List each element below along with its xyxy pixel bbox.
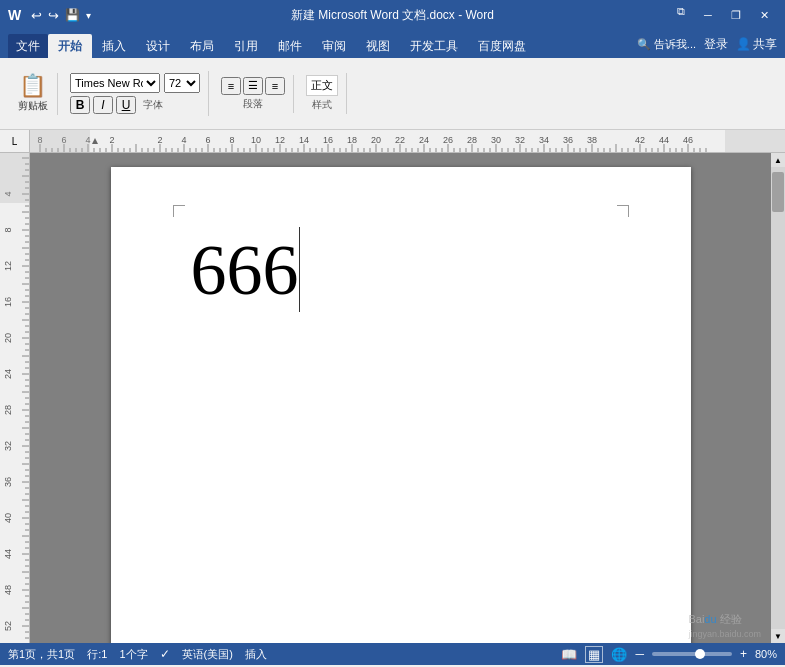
zoom-out-button[interactable]: ─ — [635, 647, 644, 661]
row-info: 行:1 — [87, 647, 107, 662]
tab-references[interactable]: 引用 — [224, 34, 268, 58]
redo-button[interactable]: ↪ — [48, 8, 59, 23]
status-right: 📖 ▦ 🌐 ─ + 80% — [561, 646, 777, 663]
tab-design[interactable]: 设计 — [136, 34, 180, 58]
font-group-label: 字体 — [143, 98, 163, 112]
share-icon: 👤 — [736, 37, 751, 51]
tab-file[interactable]: 文件 — [8, 34, 48, 58]
italic-button[interactable]: I — [93, 96, 113, 114]
windowed-icon: ⧉ — [677, 5, 685, 25]
language-info[interactable]: 英语(美国) — [182, 647, 233, 662]
tab-home[interactable]: 开始 — [48, 34, 92, 58]
page-info: 第1页，共1页 — [8, 647, 75, 662]
v-ruler-canvas — [0, 153, 30, 643]
paragraph-label: 段落 — [243, 97, 263, 111]
paste-button[interactable]: 📋 — [19, 75, 46, 97]
ribbon: 文件 开始 插入 设计 布局 引用 邮件 审阅 视图 开发工具 百度网盘 🔍 告… — [0, 30, 785, 130]
scroll-thumb[interactable] — [772, 172, 784, 212]
minimize-button[interactable]: ─ — [695, 5, 721, 25]
document-viewport[interactable]: 666 Baidu 经验jingyan.baidu.com — [30, 153, 771, 643]
tab-view[interactable]: 视图 — [356, 34, 400, 58]
horizontal-ruler — [30, 130, 785, 152]
align-center-button[interactable]: ☰ — [243, 77, 263, 95]
tab-review[interactable]: 审阅 — [312, 34, 356, 58]
document-page: 666 — [111, 167, 691, 643]
tab-insert[interactable]: 插入 — [92, 34, 136, 58]
text-cursor — [299, 227, 300, 312]
insert-mode[interactable]: 插入 — [245, 647, 267, 662]
share-button[interactable]: 👤 共享 — [736, 36, 777, 53]
clipboard-group: 📋 剪贴板 — [8, 73, 58, 115]
align-right-button[interactable]: ≡ — [265, 77, 285, 95]
align-left-button[interactable]: ≡ — [221, 77, 241, 95]
read-view-button[interactable]: 📖 — [561, 647, 577, 662]
quick-access-toolbar: W ↩ ↪ 💾 ▾ — [8, 7, 91, 23]
styles-normal[interactable]: 正文 — [306, 75, 338, 96]
zoom-thumb — [695, 649, 705, 659]
web-view-button[interactable]: 🌐 — [611, 647, 627, 662]
login-button[interactable]: 登录 — [704, 36, 728, 53]
print-view-button[interactable]: ▦ — [585, 646, 603, 663]
vertical-ruler — [0, 153, 30, 643]
styles-group: 正文 样式 — [298, 73, 347, 114]
clipboard-label: 剪贴板 — [18, 99, 48, 113]
scroll-up-button[interactable]: ▲ — [771, 153, 785, 167]
help-search[interactable]: 🔍 告诉我... — [637, 37, 696, 52]
paragraph-group: ≡ ☰ ≡ 段落 — [213, 75, 294, 113]
baidu-watermark: Baidu 经验jingyan.baidu.com — [688, 612, 761, 639]
close-button[interactable]: ✕ — [751, 5, 777, 25]
save-button[interactable]: 💾 — [65, 8, 80, 22]
page-content[interactable]: 666 — [111, 167, 691, 362]
underline-button[interactable]: U — [116, 96, 136, 114]
tab-layout[interactable]: 布局 — [180, 34, 224, 58]
scroll-track[interactable] — [771, 167, 785, 629]
ribbon-header-right: 🔍 告诉我... 登录 👤 共享 — [637, 36, 781, 53]
scroll-down-button[interactable]: ▼ — [771, 629, 785, 643]
font-name-select[interactable]: Times New Roman — [70, 73, 160, 93]
word-icon: W — [8, 7, 21, 23]
ruler-row: L — [0, 130, 785, 153]
bold-button[interactable]: B — [70, 96, 90, 114]
tab-baidu[interactable]: 百度网盘 — [468, 34, 536, 58]
col-info: 1个字 — [119, 647, 147, 662]
font-group: Times New Roman 72 B I U 字体 — [62, 71, 209, 116]
search-icon: 🔍 — [637, 38, 651, 51]
text-block: 666 — [191, 227, 631, 312]
font-size-select[interactable]: 72 — [164, 73, 200, 93]
tab-mailings[interactable]: 邮件 — [268, 34, 312, 58]
ribbon-content: 📋 剪贴板 Times New Roman 72 B I U 字体 — [0, 58, 785, 130]
ribbon-tab-list: 文件 开始 插入 设计 布局 引用 邮件 审阅 视图 开发工具 百度网盘 — [4, 30, 540, 58]
undo-button[interactable]: ↩ — [31, 8, 42, 23]
title-bar: W ↩ ↪ 💾 ▾ 新建 Microsoft Word 文档.docx - Wo… — [0, 0, 785, 30]
window-title: 新建 Microsoft Word 文档.docx - Word — [291, 7, 494, 24]
ruler-corner[interactable]: L — [0, 130, 30, 152]
zoom-slider[interactable] — [652, 652, 732, 656]
zoom-percent[interactable]: 80% — [755, 648, 777, 660]
tab-developer[interactable]: 开发工具 — [400, 34, 468, 58]
qat-more-button[interactable]: ▾ — [86, 10, 91, 21]
main-area: 666 Baidu 经验jingyan.baidu.com ▲ ▼ — [0, 153, 785, 643]
zoom-in-button[interactable]: + — [740, 647, 747, 661]
restore-button[interactable]: ❐ — [723, 5, 749, 25]
status-bar: 第1页，共1页 行:1 1个字 ✓ 英语(美国) 插入 📖 ▦ 🌐 ─ + 80… — [0, 643, 785, 665]
window-controls: ⧉ ─ ❐ ✕ — [677, 5, 777, 25]
styles-label: 样式 — [312, 98, 332, 112]
spelling-icon: ✓ — [160, 647, 170, 661]
vertical-scrollbar[interactable]: ▲ ▼ — [771, 153, 785, 643]
document-text: 666 — [191, 229, 299, 312]
